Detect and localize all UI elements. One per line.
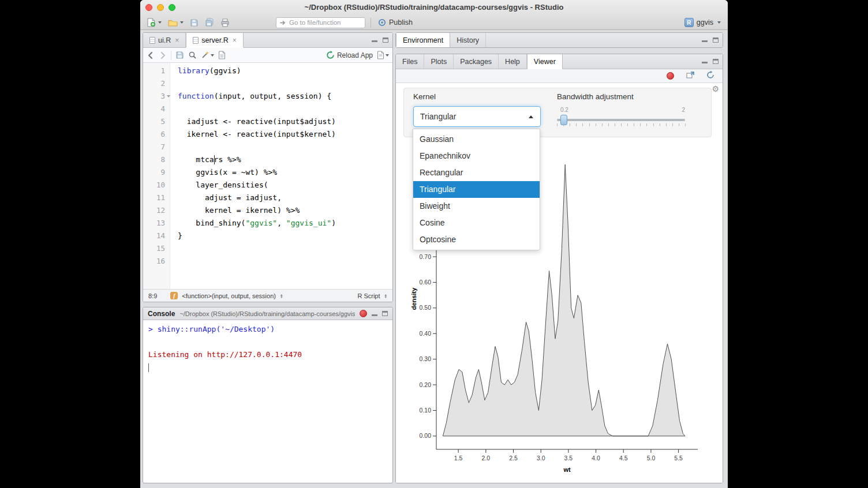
env-tab-environment[interactable]: Environment bbox=[396, 33, 450, 48]
minimize-pane-icon[interactable] bbox=[372, 37, 377, 42]
stop-icon[interactable] bbox=[360, 310, 367, 317]
close-window-button[interactable] bbox=[145, 4, 152, 11]
text-cursor bbox=[214, 155, 215, 164]
viewer-tab-files[interactable]: Files bbox=[396, 54, 424, 69]
console-title[interactable]: Console bbox=[148, 310, 175, 318]
new-file-button[interactable] bbox=[145, 17, 163, 28]
maximize-pane-icon[interactable] bbox=[713, 59, 719, 64]
file-type[interactable]: R Script bbox=[357, 292, 380, 299]
code-text[interactable]: library(ggvis) bbox=[170, 65, 392, 77]
code-line-5[interactable]: 5 iadjust <- reactive(input$adjust) bbox=[143, 115, 392, 128]
viewer-tab-packages[interactable]: Packages bbox=[454, 54, 499, 69]
code-text[interactable] bbox=[170, 141, 392, 153]
minimize-pane-icon[interactable] bbox=[702, 59, 708, 63]
kernel-option-biweight[interactable]: Biweight bbox=[413, 198, 540, 215]
kernel-option-rectangular[interactable]: Rectangular bbox=[413, 164, 540, 181]
code-text[interactable] bbox=[170, 242, 392, 255]
kernel-option-epanechnikov[interactable]: Epanechnikov bbox=[413, 148, 540, 164]
project-menu-button[interactable]: R ggvis bbox=[684, 18, 723, 27]
close-tab-icon[interactable]: × bbox=[175, 36, 179, 44]
env-tab-history[interactable]: History bbox=[450, 33, 486, 47]
console-prompt-line[interactable] bbox=[148, 361, 387, 374]
open-in-new-window-button[interactable] bbox=[686, 71, 694, 81]
code-text[interactable] bbox=[170, 255, 392, 268]
kernel-option-gaussian[interactable]: Gaussian bbox=[413, 131, 540, 148]
console-output[interactable]: > shiny::runApp('~/Desktop')Listening on… bbox=[143, 320, 392, 377]
save-button[interactable] bbox=[175, 51, 184, 59]
line-number: 13 bbox=[143, 217, 170, 230]
viewer-tab-plots[interactable]: Plots bbox=[424, 54, 454, 69]
code-text[interactable] bbox=[170, 77, 392, 90]
code-tools-button[interactable] bbox=[201, 51, 214, 59]
refresh-viewer-button[interactable] bbox=[706, 71, 714, 81]
find-button[interactable] bbox=[188, 51, 197, 59]
minimize-pane-icon[interactable] bbox=[372, 311, 377, 316]
code-text[interactable]: } bbox=[170, 230, 392, 242]
save-button[interactable] bbox=[188, 17, 200, 28]
editor-tab-ui-r[interactable]: ui.R× bbox=[143, 33, 186, 47]
code-text[interactable]: layer_densities( bbox=[170, 179, 392, 192]
minimize-pane-icon[interactable] bbox=[702, 37, 708, 42]
editor-tab-server-r[interactable]: server.R× bbox=[186, 33, 244, 48]
code-line-6[interactable]: 6 ikernel <- reactive(input$kernel) bbox=[143, 128, 392, 141]
code-text[interactable]: mtcars %>% bbox=[170, 153, 392, 166]
line-number: 11 bbox=[143, 192, 170, 204]
code-text[interactable]: kernel = ikernel) %>% bbox=[170, 204, 392, 217]
code-editor[interactable]: 1library(ggvis)23function(input, output,… bbox=[143, 63, 392, 289]
scope-selector-icon[interactable]: ▲▼ bbox=[280, 294, 283, 298]
code-line-1[interactable]: 1library(ggvis) bbox=[143, 65, 392, 77]
code-line-16[interactable]: 16 bbox=[143, 255, 392, 268]
kernel-option-optcosine[interactable]: Optcosine bbox=[413, 231, 540, 248]
open-file-button[interactable] bbox=[166, 17, 185, 28]
code-line-4[interactable]: 4 bbox=[143, 103, 392, 115]
code-line-2[interactable]: 2 bbox=[143, 77, 392, 90]
code-line-9[interactable]: 9 ggvis(x = ~wt) %>% bbox=[143, 166, 392, 179]
code-text[interactable]: adjust = iadjust, bbox=[170, 192, 392, 204]
reload-app-button[interactable]: Reload App bbox=[326, 51, 373, 59]
kernel-option-cosine[interactable]: Cosine bbox=[413, 215, 540, 231]
code-line-7[interactable]: 7 bbox=[143, 141, 392, 153]
code-text[interactable]: bind_shiny("ggvis", "ggvis_ui") bbox=[170, 217, 392, 230]
file-type-selector-icon[interactable]: ▲▼ bbox=[384, 294, 387, 298]
zoom-window-button[interactable] bbox=[169, 4, 175, 11]
maximize-pane-icon[interactable] bbox=[383, 37, 388, 43]
close-tab-icon[interactable]: × bbox=[233, 36, 237, 44]
publish-button[interactable]: Publish bbox=[376, 17, 414, 28]
forward-button[interactable] bbox=[159, 51, 167, 59]
code-text[interactable]: ggvis(x = ~wt) %>% bbox=[170, 166, 392, 179]
slider-track[interactable] bbox=[557, 119, 685, 121]
goto-input[interactable] bbox=[289, 19, 358, 26]
code-text[interactable]: function(input, output, session) { bbox=[170, 90, 392, 103]
maximize-pane-icon[interactable] bbox=[382, 311, 388, 316]
code-line-12[interactable]: 12 kernel = ikernel) %>% bbox=[143, 204, 392, 217]
code-line-10[interactable]: 10 layer_densities( bbox=[143, 179, 392, 192]
slider-tick bbox=[646, 123, 647, 126]
code-line-8[interactable]: 8 mtcars %>% bbox=[143, 153, 392, 166]
code-line-13[interactable]: 13 bind_shiny("ggvis", "ggvis_ui") bbox=[143, 217, 392, 230]
slider-tick bbox=[621, 123, 622, 126]
code-line-15[interactable]: 15 bbox=[143, 242, 392, 255]
code-line-14[interactable]: 14} bbox=[143, 230, 392, 242]
code-text[interactable]: ikernel <- reactive(input$kernel) bbox=[170, 128, 392, 141]
gear-icon[interactable]: ⚙ bbox=[712, 84, 719, 93]
code-text[interactable]: iadjust <- reactive(input$adjust) bbox=[170, 115, 392, 128]
goto-file-search[interactable] bbox=[276, 17, 365, 28]
code-line-3[interactable]: 3function(input, output, session) { bbox=[143, 90, 392, 103]
tab-label: ui.R bbox=[158, 36, 171, 44]
maximize-pane-icon[interactable] bbox=[713, 37, 719, 43]
minimize-window-button[interactable] bbox=[157, 4, 164, 11]
run-options-button[interactable] bbox=[377, 51, 389, 59]
compile-report-button[interactable] bbox=[218, 51, 226, 59]
stop-app-icon[interactable] bbox=[667, 72, 674, 80]
code-text[interactable] bbox=[170, 103, 392, 115]
kernel-option-triangular[interactable]: Triangular bbox=[413, 181, 540, 198]
code-line-11[interactable]: 11 adjust = iadjust, bbox=[143, 192, 392, 204]
bandwidth-slider[interactable]: 0.2 2 bbox=[557, 102, 685, 131]
back-button[interactable] bbox=[147, 51, 155, 59]
save-all-button[interactable] bbox=[203, 17, 216, 28]
scope-context[interactable]: <function>(input, output, session) bbox=[182, 292, 276, 299]
viewer-tab-viewer[interactable]: Viewer bbox=[527, 54, 563, 69]
kernel-select[interactable]: Triangular bbox=[413, 106, 541, 127]
print-button[interactable] bbox=[219, 17, 231, 28]
viewer-tab-help[interactable]: Help bbox=[499, 54, 527, 69]
